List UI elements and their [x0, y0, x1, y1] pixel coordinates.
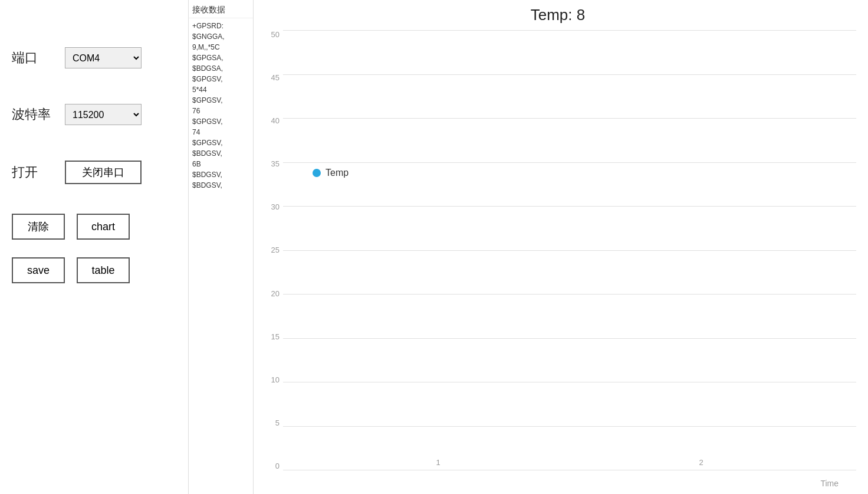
baud-label: 波特率	[12, 106, 53, 123]
y-axis-label: 10	[271, 375, 283, 384]
save-button[interactable]: save	[12, 257, 65, 283]
data-line: 9,M,,*5C	[192, 42, 249, 53]
y-axis-label: 50	[271, 30, 283, 39]
legend-label: Temp	[326, 168, 348, 178]
x-axis: 12	[283, 456, 856, 470]
data-line: $GPGSA,	[192, 53, 249, 63]
y-axis-label: 15	[271, 332, 283, 341]
baud-row: 波特率 115200	[12, 104, 176, 125]
data-line: $BDGSA,	[192, 63, 249, 74]
data-panel-header: 接收数据	[189, 0, 253, 18]
y-axis-label: 25	[271, 246, 283, 254]
port-label: 端口	[12, 49, 53, 67]
data-line: 6B	[192, 159, 249, 169]
chart-inner: 12 Time Temp	[283, 30, 856, 488]
data-panel: 接收数据 +GPSRD:$GNGGA,9,M,,*5C$GPGSA,$BDGSA…	[189, 0, 254, 494]
data-line: 76	[192, 106, 249, 116]
chart-title: Temp: 8	[259, 6, 856, 24]
y-axis-label: 20	[271, 289, 283, 298]
data-line: $BDGSV,	[192, 180, 249, 191]
data-line: $BDGSV,	[192, 169, 249, 180]
chart-area: Temp: 8 50454035302520151050 12 Time Tem…	[254, 0, 868, 494]
y-axis-label: 5	[275, 418, 283, 427]
save-table-row: save table	[12, 257, 176, 283]
y-axis-label: 0	[275, 462, 283, 470]
data-line: $GPGSV,	[192, 74, 249, 84]
y-axis-label: 40	[271, 116, 283, 125]
clear-button[interactable]: 清除	[12, 214, 65, 240]
data-line: $BDGSV,	[192, 148, 249, 159]
port-row: 端口 COM4	[12, 47, 176, 68]
open-label: 打开	[12, 163, 53, 181]
data-line: +GPSRD:	[192, 21, 249, 31]
chart-container: 50454035302520151050 12 Time Temp	[259, 30, 856, 488]
y-axis: 50454035302520151050	[259, 30, 283, 488]
bars-container	[283, 30, 856, 470]
close-serial-button[interactable]: 关闭串口	[65, 161, 142, 184]
x-axis-label: 1	[436, 456, 440, 470]
baud-select[interactable]: 115200	[65, 104, 142, 125]
y-axis-label: 45	[271, 73, 283, 82]
data-line: 5*44	[192, 84, 249, 95]
data-line: $GPGSV,	[192, 138, 249, 148]
open-row: 打开 关闭串口	[12, 161, 176, 184]
data-line: $GPGSV,	[192, 116, 249, 127]
clear-chart-row: 清除 chart	[12, 214, 176, 240]
legend: Temp	[313, 168, 348, 178]
y-axis-label: 30	[271, 202, 283, 211]
chart-button[interactable]: chart	[77, 214, 130, 240]
data-line: 74	[192, 127, 249, 138]
data-line: $GPGSV,	[192, 95, 249, 106]
legend-dot	[313, 169, 321, 177]
port-select[interactable]: COM4	[65, 47, 142, 68]
data-panel-content: +GPSRD:$GNGGA,9,M,,*5C$GPGSA,$BDGSA,$GPG…	[189, 18, 253, 494]
table-button[interactable]: table	[77, 257, 130, 283]
data-line: $GNGGA,	[192, 31, 249, 42]
x-axis-title: Time	[820, 479, 839, 488]
x-axis-label: 2	[699, 456, 703, 470]
y-axis-label: 35	[271, 159, 283, 168]
left-panel: 端口 COM4 波特率 115200 打开 关闭串口 清除 chart save…	[0, 0, 189, 494]
